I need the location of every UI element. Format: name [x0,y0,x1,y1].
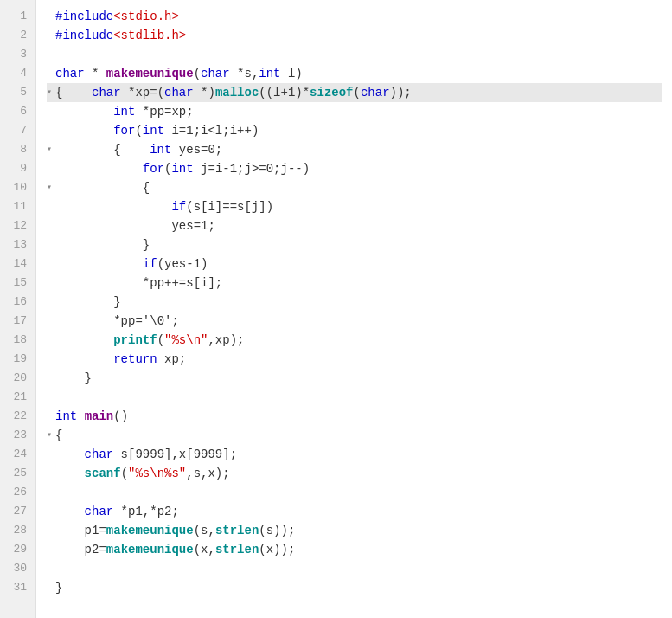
code-token: p2= [85,540,106,559]
code-token: { [55,140,150,159]
line-number: 1 [9,7,27,26]
fold-arrow-icon[interactable]: ▾ [47,83,54,102]
code-token: main [85,407,114,426]
fold-arrow-icon [47,578,54,597]
code-token [55,312,113,331]
code-token: { [55,426,62,445]
code-token [55,331,113,350]
code-token: char [201,64,230,83]
code-token: int [171,159,193,178]
line-number: 26 [9,483,27,502]
code-token [55,521,85,540]
code-line: #include<stdio.h> [47,7,662,26]
code-token: } [55,578,62,597]
line-number: 9 [9,159,27,178]
fold-arrow-icon [47,274,54,293]
code-token: (yes-1) [157,254,208,274]
code-token: { [55,83,92,102]
code-token: sizeof [310,83,353,102]
fold-arrow-icon [47,197,54,216]
fold-arrow-icon[interactable]: ▾ [47,140,54,159]
line-number: 5 [9,83,27,102]
line-number: 10 [9,178,27,197]
line-number: 24 [9,445,27,464]
code-token: int [113,102,135,121]
code-editor: 1234567891011121314151617181920212223242… [0,0,672,618]
code-area[interactable]: #include<stdio.h> #include<stdlib.h> cha… [36,0,672,618]
code-token: yes=0; [171,140,222,159]
code-line: #include<stdlib.h> [47,26,662,45]
code-token: makemeunique [106,64,194,83]
fold-arrow-icon [47,502,54,521]
line-number: 28 [9,521,27,540]
fold-arrow-icon [47,293,54,312]
code-line: } [47,235,662,254]
code-token: } [55,293,121,312]
code-token: "%s\n" [164,331,208,350]
code-line: *pp='\0'; [47,312,662,331]
fold-arrow-icon [47,254,54,274]
code-line: p1=makemeunique(s,strlen(s)); [47,521,662,540]
code-token: for [143,159,164,178]
fold-arrow-icon [47,464,54,483]
code-token: ( [194,64,201,83]
code-line: yes=1; [47,216,662,235]
code-token: char [85,502,114,521]
fold-arrow-icon[interactable]: ▾ [47,426,54,445]
code-line: p2=makemeunique(x,strlen(x)); [47,540,662,559]
line-number: 13 [9,235,27,254]
code-token: *s, [230,64,259,83]
line-number: 8 [9,140,27,159]
code-token: )); [390,83,412,102]
fold-arrow-icon [47,102,54,121]
code-token: ((l+1)* [259,83,310,102]
fold-arrow-icon [47,540,54,559]
code-token [55,102,113,121]
code-line [47,559,662,578]
code-token: <stdio.h> [113,7,179,26]
code-token: (x)); [259,540,295,559]
code-line: ▾{ char *xp=(char *)malloc((l+1)*sizeof(… [47,83,662,102]
code-token: ( [354,83,361,102]
code-line: int *pp=xp; [47,102,662,121]
line-number: 22 [9,407,27,426]
code-token: printf [113,331,157,350]
code-token [55,197,171,216]
line-number: 25 [9,464,27,483]
fold-arrow-icon [47,369,54,388]
code-token: ( [135,121,142,140]
line-number: 12 [9,216,27,235]
code-token: int [259,64,280,83]
code-line [47,388,662,407]
fold-arrow-icon[interactable]: ▾ [47,178,54,197]
code-line: char s[9999],x[9999]; [47,445,662,464]
fold-arrow-icon [47,121,54,140]
code-token: (x, [194,540,215,559]
code-token: xp; [157,350,187,369]
code-line: ▾{ [47,426,662,445]
code-token: strlen [215,521,259,540]
fold-arrow-icon [47,312,54,331]
code-line: char * makemeunique(char *s,int l) [47,64,662,83]
line-number: 11 [9,197,27,216]
line-number: 29 [9,540,27,559]
code-token: #include [55,26,113,45]
code-token: { [55,178,150,197]
code-line: scanf("%s\n%s",s,x); [47,464,662,483]
code-line: for(int j=i-1;j>=0;j--) [47,159,662,178]
code-token: * [85,64,106,83]
line-number: 21 [9,388,27,407]
fold-arrow-icon [47,216,54,235]
code-token: char [55,64,85,83]
code-token: if [143,254,157,274]
code-token: "%s\n%s" [128,464,186,483]
line-number: 15 [9,274,27,293]
code-token: yes=1; [171,216,214,235]
code-token: ( [164,159,171,178]
code-line: } [47,369,662,388]
code-token [55,464,85,483]
line-number: 3 [9,45,27,64]
code-token: } [55,235,150,254]
code-token: ,xp); [208,331,244,350]
code-token: l) [281,64,303,83]
